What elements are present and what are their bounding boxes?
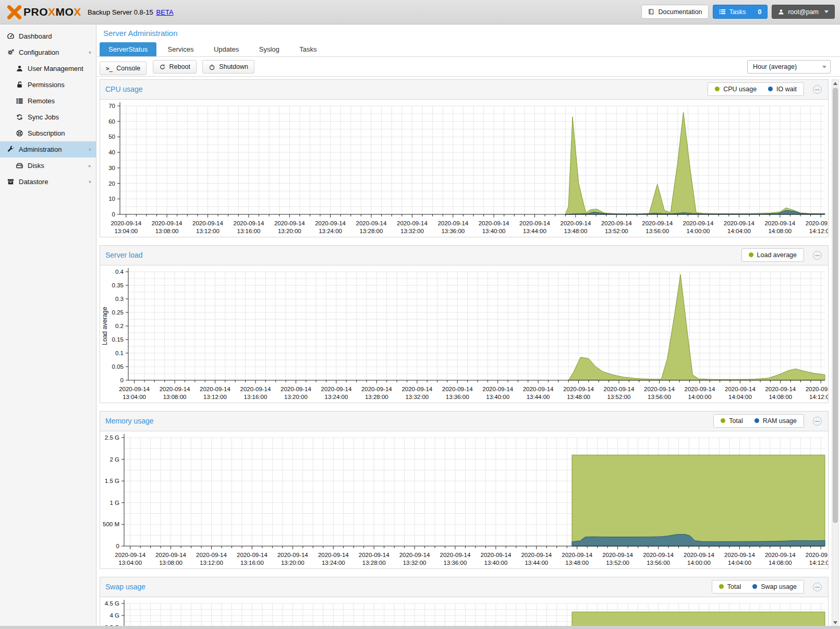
- power-icon: [209, 64, 215, 70]
- sidebar-item-sync-jobs[interactable]: Sync Jobs: [0, 109, 96, 125]
- collapse-panel-button[interactable]: [813, 583, 822, 591]
- svg-text:500 M: 500 M: [103, 521, 119, 527]
- charts-area: CPU usage CPU usage IO wait 010203040506…: [97, 77, 840, 629]
- shutdown-button[interactable]: Shutdown: [202, 60, 254, 74]
- svg-text:2020-09-14: 2020-09-14: [318, 552, 349, 558]
- sidebar-item-subscription[interactable]: Subscription: [0, 125, 96, 141]
- sidebar-item-administration[interactable]: Administration ▾: [0, 141, 96, 158]
- chevron-right-icon: ▸: [89, 158, 91, 174]
- proxmox-x-mark-icon: [7, 5, 21, 19]
- proxmox-logo: PROXMOX: [7, 5, 81, 19]
- vertical-scrollbar[interactable]: [832, 79, 839, 627]
- console-button[interactable]: >_ Console: [100, 62, 147, 75]
- svg-text:14:12:00: 14:12:00: [809, 560, 828, 566]
- svg-text:14:00:00: 14:00:00: [688, 394, 712, 400]
- svg-text:2020-09-14: 2020-09-14: [233, 220, 264, 226]
- svg-text:13:56:00: 13:56:00: [646, 228, 669, 234]
- svg-text:20: 20: [108, 180, 115, 187]
- svg-text:14:08:00: 14:08:00: [769, 560, 792, 566]
- memory-usage-chart: 0500 M1 G1.5 G2 G2.5 G2020-09-1413:04:00…: [100, 431, 828, 568]
- svg-text:14:04:00: 14:04:00: [728, 394, 752, 400]
- scroll-up-arrow[interactable]: [833, 82, 837, 85]
- collapse-panel-button[interactable]: [813, 85, 822, 94]
- svg-text:13:28:00: 13:28:00: [360, 228, 383, 234]
- sidebar-item-datastore[interactable]: Datastore ▾: [0, 174, 96, 190]
- tab-updates[interactable]: Updates: [205, 42, 248, 56]
- svg-text:13:32:00: 13:32:00: [403, 560, 427, 566]
- svg-text:2020-09-14: 2020-09-14: [315, 220, 346, 226]
- reboot-icon: [159, 64, 166, 70]
- chevron-down-icon: ▾: [89, 174, 91, 190]
- legend-dot: [752, 584, 757, 589]
- svg-text:13:12:00: 13:12:00: [203, 394, 227, 400]
- beta-link[interactable]: BETA: [156, 8, 174, 16]
- sidebar: Dashboard Configuration ▾ User Managemen…: [0, 25, 96, 629]
- tab-services[interactable]: Services: [159, 42, 203, 56]
- terminal-icon: >_: [106, 65, 113, 72]
- legend-item: IO wait: [768, 86, 797, 93]
- collapse-panel-button[interactable]: [813, 251, 822, 260]
- legend-dot: [749, 252, 753, 257]
- sidebar-item-disks[interactable]: Disks ▸: [0, 158, 96, 174]
- panel-cpu-usage: CPU usage CPU usage IO wait 010203040506…: [100, 79, 829, 237]
- svg-text:14:00:00: 14:00:00: [687, 560, 711, 566]
- svg-text:2020-09-14: 2020-09-14: [604, 386, 635, 392]
- user-menu-button[interactable]: root@pam: [772, 5, 835, 19]
- svg-text:2020-09-14: 2020-09-14: [155, 552, 186, 558]
- svg-text:13:48:00: 13:48:00: [567, 394, 590, 400]
- svg-text:2020-09-14: 2020-09-14: [806, 386, 828, 392]
- svg-text:2020-09-14: 2020-09-14: [115, 552, 145, 558]
- svg-text:4 G: 4 G: [109, 612, 119, 619]
- sidebar-item-remotes[interactable]: Remotes: [0, 93, 96, 109]
- svg-text:2020-09-14: 2020-09-14: [643, 552, 674, 558]
- svg-text:2020-09-14: 2020-09-14: [642, 220, 673, 226]
- documentation-button[interactable]: Documentation: [641, 5, 708, 19]
- svg-text:13:04:00: 13:04:00: [118, 560, 142, 566]
- scroll-down-arrow[interactable]: [833, 621, 837, 624]
- tab-serverstatus[interactable]: ServerStatus: [100, 42, 156, 56]
- svg-text:2020-09-14: 2020-09-14: [602, 552, 633, 558]
- svg-text:2020-09-14: 2020-09-14: [521, 552, 552, 558]
- legend-dot: [754, 418, 759, 423]
- swap-usage-chart: 0500 M1 G1.5 G2 G2.5 G3 G3.5 G4 G4.5 G20…: [100, 597, 828, 629]
- svg-text:13:20:00: 13:20:00: [284, 394, 308, 400]
- sidebar-item-permissions[interactable]: Permissions: [0, 77, 96, 93]
- sidebar-item-configuration[interactable]: Configuration ▾: [0, 44, 96, 61]
- sidebar-item-dashboard[interactable]: Dashboard: [0, 28, 96, 44]
- time-range-select[interactable]: Hour (average): [747, 60, 831, 74]
- svg-text:13:44:00: 13:44:00: [525, 560, 548, 566]
- tasks-count-badge: 0: [758, 8, 762, 16]
- svg-text:13:16:00: 13:16:00: [244, 394, 267, 400]
- svg-text:2020-09-14: 2020-09-14: [111, 220, 141, 226]
- collapse-panel-button[interactable]: [813, 417, 822, 426]
- tab-syslog[interactable]: Syslog: [250, 42, 288, 56]
- reboot-button[interactable]: Reboot: [153, 60, 197, 74]
- svg-text:13:52:00: 13:52:00: [607, 394, 631, 400]
- legend-dot: [768, 87, 773, 91]
- scrollbar-thumb[interactable]: [833, 88, 838, 523]
- svg-text:13:04:00: 13:04:00: [123, 394, 146, 400]
- svg-text:2020-09-14: 2020-09-14: [683, 220, 714, 226]
- svg-text:2020-09-14: 2020-09-14: [361, 386, 392, 392]
- svg-text:2020-09-14: 2020-09-14: [442, 386, 473, 392]
- svg-text:2020-09-14: 2020-09-14: [281, 386, 311, 392]
- tab-tasks[interactable]: Tasks: [290, 42, 325, 56]
- svg-text:2020-09-14: 2020-09-14: [479, 220, 509, 226]
- toolbar: >_ Console Reboot Shutdown Hour (average…: [97, 57, 840, 77]
- cpu-usage-chart: 0102030405060702020-09-1413:04:002020-09…: [100, 99, 828, 237]
- svg-text:0.4: 0.4: [115, 269, 124, 275]
- svg-text:13:44:00: 13:44:00: [523, 228, 546, 234]
- tasks-button[interactable]: Tasks 0: [713, 5, 768, 19]
- svg-text:2020-09-14: 2020-09-14: [764, 220, 795, 226]
- svg-text:13:24:00: 13:24:00: [322, 560, 345, 566]
- svg-text:13:28:00: 13:28:00: [365, 394, 388, 400]
- svg-text:40: 40: [108, 149, 115, 155]
- sidebar-item-user-management[interactable]: User Management: [0, 61, 96, 77]
- svg-text:13:24:00: 13:24:00: [319, 228, 342, 234]
- svg-text:70: 70: [108, 103, 115, 109]
- archive-box-icon: [7, 178, 15, 186]
- svg-text:2020-09-14: 2020-09-14: [399, 552, 430, 558]
- panel-memory-usage: Memory usage Total RAM usage 0500 M1 G1.…: [100, 411, 829, 569]
- svg-text:13:52:00: 13:52:00: [605, 228, 628, 234]
- panel-swap-usage: Swap usage Total Swap usage 0500 M1 G1.5…: [100, 577, 829, 629]
